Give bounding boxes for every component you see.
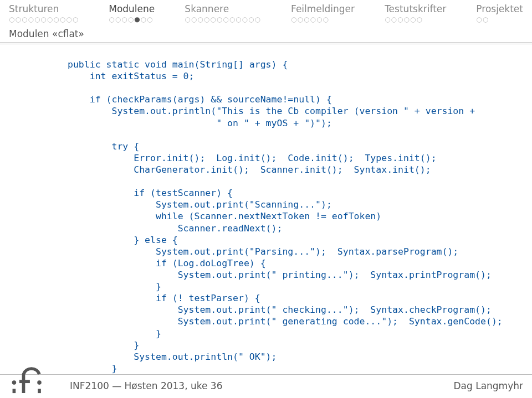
author-label: Dag Langmyhr [453, 380, 523, 391]
progress-dots: ○○○○○○○○○○○○ [185, 16, 261, 23]
tab-skannere[interactable]: Skannere○○○○○○○○○○○○ [185, 3, 261, 23]
progress-dots: ○○○○○○○○○○○ [9, 16, 79, 23]
code-block: public static void main(String[] args) {… [0, 44, 532, 374]
section-title: Modulen «cflat» [0, 23, 532, 43]
course-label: INF2100 — Høsten 2013, uke 36 [70, 380, 223, 391]
progress-dots: ○○○○○○ [385, 16, 446, 23]
progress-dots: ○○ [476, 16, 523, 23]
tab-feilmeldinger[interactable]: Feilmeldinger○○○○○○ [291, 3, 355, 23]
tab-label: Modulene [109, 3, 155, 14]
tab-bar: Strukturen○○○○○○○○○○○Modulene○○○○●○○Skan… [0, 0, 532, 23]
footer-divider [0, 374, 532, 375]
progress-dots: ○○○○○○ [291, 16, 355, 23]
tab-label: Prosjektet [476, 3, 523, 14]
tab-label: Testutskrifter [385, 3, 446, 14]
divider [0, 43, 532, 43]
tab-label: Feilmeldinger [291, 3, 355, 14]
tab-label: Skannere [185, 3, 261, 14]
tab-modulene[interactable]: Modulene○○○○●○○ [109, 3, 155, 23]
tab-testutskrifter[interactable]: Testutskrifter○○○○○○ [385, 3, 446, 23]
progress-dots: ○○○○●○○ [109, 16, 155, 23]
tab-strukturen[interactable]: Strukturen○○○○○○○○○○○ [9, 3, 79, 23]
tab-label: Strukturen [9, 3, 79, 14]
tab-prosjektet[interactable]: Prosjektet○○ [476, 3, 523, 23]
footer: INF2100 — Høsten 2013, uke 36 Dag Langmy… [0, 380, 532, 398]
